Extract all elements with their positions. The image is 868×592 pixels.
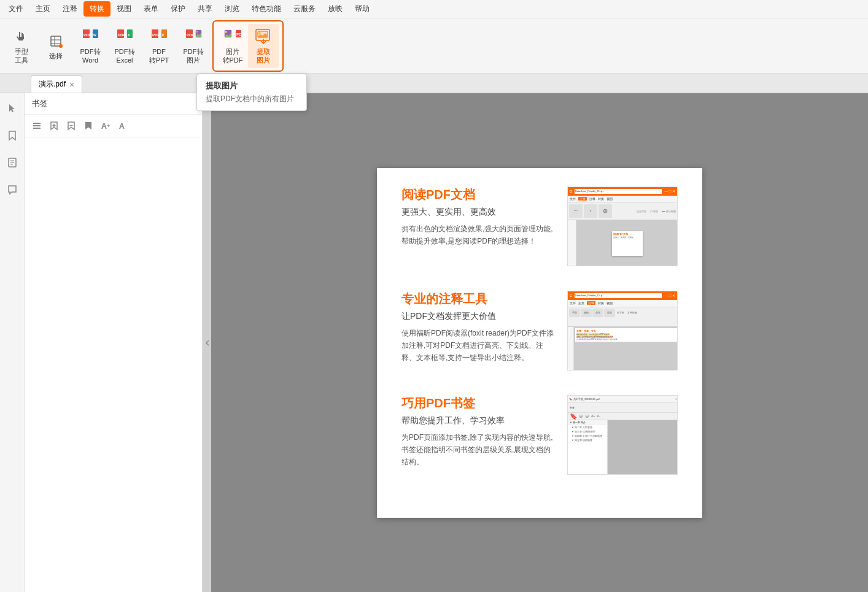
menu-form[interactable]: 表单 xyxy=(138,1,165,17)
highlighted-toolbar-group: → PDF 图片转PDF 提取图片 xyxy=(212,20,284,72)
pdf-to-img-button[interactable]: PDF → PDF转图片 xyxy=(178,24,209,68)
svg-text:PDF: PDF xyxy=(187,33,194,37)
svg-text:PDF: PDF xyxy=(152,33,160,37)
section-read-title: 阅读PDF文档 xyxy=(401,186,555,203)
menu-share[interactable]: 共享 xyxy=(192,1,219,17)
menu-browse[interactable]: 浏览 xyxy=(219,1,246,17)
svg-rect-39 xyxy=(33,125,41,126)
hand-tool-button[interactable]: 手型工具 xyxy=(6,24,37,68)
sidebar-icons xyxy=(0,93,25,592)
select-label: 选择 xyxy=(49,52,63,60)
pdf-to-excel-button[interactable]: PDF → X PDF转Excel xyxy=(109,24,140,68)
font-size-decrease-icon[interactable]: A- xyxy=(115,118,130,133)
bookmark-add-icon[interactable] xyxy=(47,118,61,133)
svg-rect-40 xyxy=(33,128,41,129)
svg-text:PDF: PDF xyxy=(236,33,242,36)
section-read-body: 拥有出色的文档渲染效果,强大的页面管理功能,帮助提升效率,是您阅读PDF的理想选… xyxy=(401,223,555,248)
svg-text:W: W xyxy=(93,33,96,37)
tooltip-title: 提取图片 xyxy=(206,80,298,91)
menu-annotation[interactable]: 注释 xyxy=(56,1,83,17)
tooltip: 提取图片 提取PDF文档中的所有图片 xyxy=(196,74,307,111)
tooltip-description: 提取PDF文档中的所有图片 xyxy=(206,94,298,104)
section-read-text: 阅读PDF文档 更强大、更实用、更高效 拥有出色的文档渲染效果,强大的页面管理功… xyxy=(401,186,555,266)
svg-rect-0 xyxy=(51,36,61,46)
pdf-section-annotation: 专业的注释工具 让PDF文档发挥更大价值 使用福昕PDF阅读器(foxit re… xyxy=(401,291,678,371)
menu-cloud[interactable]: 云服务 xyxy=(287,1,322,17)
tabbar: 演示.pdf × xyxy=(0,74,868,93)
svg-text:PDF: PDF xyxy=(83,33,91,37)
menu-features[interactable]: 特色功能 xyxy=(246,1,287,17)
svg-text:PDF: PDF xyxy=(118,33,125,37)
section-annotation-title: 专业的注释工具 xyxy=(401,291,555,307)
pdf-to-word-button[interactable]: PDF → W PDF转Word xyxy=(75,24,106,68)
pdf-document: 阅读PDF文档 更强大、更实用、更高效 拥有出色的文档渲染效果,强大的页面管理功… xyxy=(377,168,702,518)
img-to-pdf-label: 图片转PDF xyxy=(223,48,243,64)
page-panel-icon[interactable] xyxy=(3,153,21,172)
bookmark-toolbar: A+ A- xyxy=(25,115,202,137)
bookmark-panel-icon[interactable] xyxy=(3,126,21,145)
menu-slideshow[interactable]: 放映 xyxy=(322,1,349,17)
menu-protect[interactable]: 保护 xyxy=(165,1,192,17)
img-to-pdf-button[interactable]: → PDF 图片转PDF xyxy=(217,24,248,68)
section-annotation-text: 专业的注释工具 让PDF文档发挥更大价值 使用福昕PDF阅读器(foxit re… xyxy=(401,291,555,371)
pdf-section-bookmark: 巧用PDF书签 帮助您提升工作、学习效率 为PDF页面添加书签,除了实现内容的快… xyxy=(401,395,678,475)
section-bookmark-body: 为PDF页面添加书签,除了实现内容的快速导航,书签还能指明不同书签的层级关系,展… xyxy=(401,431,555,469)
tab-filename: 演示.pdf xyxy=(39,79,66,90)
extract-img-label: 提取图片 xyxy=(257,48,270,64)
bookmark-panel: 书签 xyxy=(25,93,203,592)
pdf-to-img-label: PDF转图片 xyxy=(184,48,204,64)
menubar: 文件 主页 注释 转换 视图 表单 保护 共享 浏览 特色功能 云服务 放映 帮… xyxy=(0,0,868,18)
svg-point-24 xyxy=(196,31,198,33)
pdf-section-read: 阅读PDF文档 更强大、更实用、更高效 拥有出色的文档渲染效果,强大的页面管理功… xyxy=(401,186,678,266)
section-bookmark-image: 🔖 员工手册_20120917.pdf ✕ 书签 🔖 ⊕ ⊖ A+ xyxy=(567,395,678,475)
section-read-subtitle: 更强大、更实用、更高效 xyxy=(401,207,555,218)
svg-rect-38 xyxy=(33,123,41,124)
bookmark-settings-icon[interactable] xyxy=(81,118,96,133)
pdf-to-word-label: PDF转Word xyxy=(80,48,101,64)
pdf-to-ppt-icon: PDF → P xyxy=(149,27,169,47)
extract-img-icon xyxy=(254,27,273,47)
svg-point-26 xyxy=(225,31,227,33)
select-button[interactable]: 选择 xyxy=(41,24,71,68)
menu-help[interactable]: 帮助 xyxy=(349,1,376,17)
toolbar: 手型工具 选择 PDF → W PDF转Word xyxy=(0,18,868,74)
bookmark-header: 书签 xyxy=(25,93,202,115)
bookmark-remove-icon[interactable] xyxy=(64,118,79,133)
pdf-to-excel-label: PDF转Excel xyxy=(115,48,135,64)
menu-home[interactable]: 主页 xyxy=(29,1,56,17)
hand-tool-icon xyxy=(12,27,31,47)
tab-close-button[interactable]: × xyxy=(69,80,74,90)
menu-convert[interactable]: 转换 xyxy=(83,1,110,17)
content-area: 阅读PDF文档 更强大、更实用、更高效 拥有出色的文档渲染效果,强大的页面管理功… xyxy=(211,93,868,592)
section-annotation-image: G Datasheet_Reader_Ch.p... — □ ✕ 文件主页 注释… xyxy=(567,291,678,371)
svg-point-32 xyxy=(259,33,261,34)
panel-collapse-handle[interactable] xyxy=(203,93,211,592)
annotation-panel-icon[interactable] xyxy=(3,180,21,199)
pdf-to-ppt-label: PDF转PPT xyxy=(149,48,169,64)
section-bookmark-subtitle: 帮助您提升工作、学习效率 xyxy=(401,415,555,426)
img-to-pdf-icon: → PDF xyxy=(223,27,242,47)
menu-file[interactable]: 文件 xyxy=(2,1,29,17)
pdf-to-word-icon: PDF → W xyxy=(80,27,100,47)
section-read-image: G Datasheet_Reader_Ch.p... — □ ✕ 文件主页 注释… xyxy=(567,186,678,266)
pdf-to-img-icon: PDF → xyxy=(184,27,203,47)
section-bookmark-title: 巧用PDF书签 xyxy=(401,395,555,412)
section-annotation-body: 使用福昕PDF阅读器(foxit reader)为PDF文件添加注释,可对PDF… xyxy=(401,327,555,364)
section-annotation-subtitle: 让PDF文档发挥更大价值 xyxy=(401,311,555,322)
select-icon xyxy=(46,31,66,51)
font-size-increase-icon[interactable]: A+ xyxy=(98,118,113,133)
section-bookmark-text: 巧用PDF书签 帮助您提升工作、学习效率 为PDF页面添加书签,除了实现内容的快… xyxy=(401,395,555,475)
extract-img-button[interactable]: 提取图片 xyxy=(248,24,279,68)
menu-view[interactable]: 视图 xyxy=(110,1,138,17)
main-layout: 书签 xyxy=(0,93,868,592)
svg-point-4 xyxy=(59,44,63,48)
cursor-tool-icon[interactable] xyxy=(3,99,21,118)
bookmark-list-icon[interactable] xyxy=(29,118,44,133)
tab-document[interactable]: 演示.pdf × xyxy=(31,75,82,93)
hand-tool-label: 手型工具 xyxy=(15,48,28,64)
pdf-to-ppt-button[interactable]: PDF → P PDF转PPT xyxy=(144,24,174,68)
pdf-to-excel-icon: PDF → X xyxy=(115,27,134,47)
